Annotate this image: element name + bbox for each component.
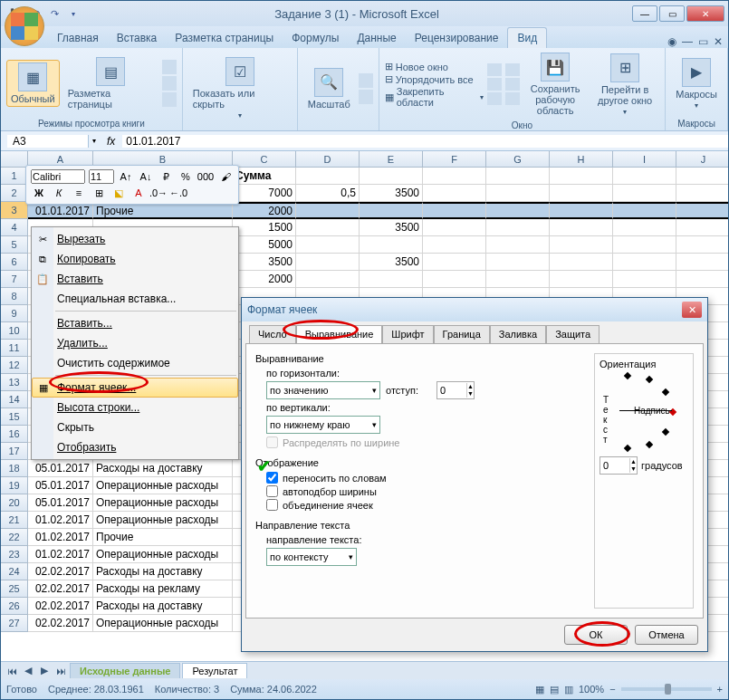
view-normal-button[interactable]: ▦Обычный <box>6 60 60 107</box>
zoom-out-icon[interactable]: − <box>609 684 615 695</box>
cm-unhide[interactable]: Отобразить <box>32 437 238 457</box>
row-header-25[interactable]: 25 <box>1 580 28 598</box>
cell[interactable] <box>486 254 550 271</box>
deg-up-icon[interactable]: ▲ <box>630 458 637 465</box>
cell[interactable] <box>676 219 728 236</box>
cell[interactable] <box>360 202 423 219</box>
cell[interactable]: 0,5 <box>296 185 360 202</box>
cell[interactable] <box>360 236 423 254</box>
fx-icon[interactable]: fx <box>100 135 122 148</box>
cell[interactable] <box>423 271 486 288</box>
row-header-21[interactable]: 21 <box>1 512 28 529</box>
maximize-button[interactable]: ▭ <box>659 5 685 22</box>
cell[interactable] <box>613 254 676 271</box>
freeze-panes-button[interactable]: ▦Закрепить области▾ <box>385 86 484 108</box>
mini-size-input[interactable] <box>89 169 114 184</box>
col-header-D[interactable]: D <box>296 151 360 168</box>
dlg-tab-font[interactable]: Шрифт <box>382 325 433 343</box>
help-icon[interactable]: ◉ <box>667 35 676 48</box>
select-vertical[interactable]: по нижнему краю <box>266 416 380 434</box>
row-header-9[interactable]: 9 <box>1 305 28 322</box>
cell[interactable] <box>423 254 486 271</box>
cell[interactable] <box>613 236 676 254</box>
row-header-19[interactable]: 19 <box>1 477 28 494</box>
tab-view[interactable]: Вид <box>507 27 547 48</box>
row-header-13[interactable]: 13 <box>1 374 28 391</box>
cell[interactable]: Расходы на рекламу <box>93 580 233 598</box>
cell[interactable] <box>613 219 676 236</box>
row-header-7[interactable]: 7 <box>1 271 28 288</box>
cell[interactable]: 02.02.2017 <box>28 580 93 598</box>
cell[interactable] <box>676 185 728 202</box>
deg-down-icon[interactable]: ▼ <box>630 465 637 473</box>
row-header-20[interactable]: 20 <box>1 494 28 512</box>
dlg-tab-fill[interactable]: Заливка <box>490 325 546 343</box>
orientation-dial[interactable]: Текст Надпись <box>607 373 688 451</box>
cell[interactable] <box>296 254 360 271</box>
row-header-5[interactable]: 5 <box>1 236 28 254</box>
col-header-J[interactable]: J <box>676 151 728 168</box>
indent-up-icon[interactable]: ▲ <box>467 383 474 390</box>
percent-icon[interactable]: % <box>177 168 194 185</box>
macros-button[interactable]: ▶Макросы▾ <box>671 55 722 112</box>
cell[interactable]: Операционные расходы <box>93 494 233 512</box>
dlg-tab-border[interactable]: Граница <box>434 325 490 343</box>
cell[interactable] <box>360 168 423 185</box>
cell[interactable]: 3500 <box>360 254 423 271</box>
cell[interactable] <box>550 254 613 271</box>
split-icon[interactable] <box>487 63 502 76</box>
cell[interactable]: 3500 <box>360 219 423 236</box>
redo-icon[interactable]: ↷ <box>46 5 62 22</box>
cell[interactable] <box>550 219 613 236</box>
tab-formulas[interactable]: Формулы <box>283 28 348 48</box>
pagebreak-icon[interactable] <box>162 60 177 74</box>
col-header-G[interactable]: G <box>486 151 550 168</box>
cell[interactable] <box>423 236 486 254</box>
cell[interactable]: 05.01.2017 <box>28 460 93 477</box>
namebox-dropdown-icon[interactable]: ▾ <box>89 137 100 145</box>
zoom-in-icon[interactable]: + <box>717 684 723 695</box>
custom-views-icon[interactable] <box>162 76 177 91</box>
ok-button[interactable]: ОК <box>564 625 628 645</box>
cell[interactable] <box>676 168 728 185</box>
cancel-button[interactable]: Отмена <box>635 625 698 645</box>
dlg-tab-alignment[interactable]: Выравнивание <box>296 325 383 343</box>
formula-input[interactable]: 01.01.2017 <box>122 135 728 148</box>
row-header-11[interactable]: 11 <box>1 340 28 357</box>
cell[interactable] <box>296 271 360 288</box>
row-header-6[interactable]: 6 <box>1 254 28 271</box>
cell[interactable]: Расходы на доставку <box>93 598 233 615</box>
cell[interactable] <box>676 236 728 254</box>
cell[interactable] <box>613 185 676 202</box>
cm-paste[interactable]: 📋Вставить <box>32 269 238 289</box>
format-painter-icon[interactable]: 🖌 <box>217 168 234 185</box>
cell[interactable] <box>296 168 360 185</box>
row-header-26[interactable]: 26 <box>1 598 28 615</box>
cell[interactable]: 1500 <box>233 219 296 236</box>
cell[interactable] <box>613 202 676 219</box>
reset-pos-icon[interactable] <box>505 92 520 105</box>
view-break-status-icon[interactable]: ▥ <box>564 684 573 695</box>
cell[interactable] <box>550 271 613 288</box>
cell[interactable]: 7000 <box>233 185 296 202</box>
sheet-nav-first-icon[interactable]: ⏮ <box>5 666 19 676</box>
cell[interactable] <box>296 236 360 254</box>
cm-cut[interactable]: ✂Вырезать <box>32 229 238 249</box>
row-header-4[interactable]: 4 <box>1 219 28 236</box>
col-header-C[interactable]: C <box>233 151 296 168</box>
row-header-23[interactable]: 23 <box>1 546 28 563</box>
cell[interactable]: 2000 <box>233 202 296 219</box>
mini-font-input[interactable] <box>31 169 85 184</box>
row-header-1[interactable]: 1 <box>1 168 28 185</box>
cell[interactable] <box>613 271 676 288</box>
tab-pagelayout[interactable]: Разметка страницы <box>166 28 283 48</box>
mdi-close-icon[interactable]: ✕ <box>714 35 723 48</box>
zoom-selection-icon[interactable] <box>359 90 373 104</box>
cell[interactable]: 05.01.2017 <box>28 494 93 512</box>
zoom-level[interactable]: 100% <box>579 684 604 695</box>
cell[interactable]: Расходы на доставку <box>93 460 233 477</box>
sheet-nav-next-icon[interactable]: ▶ <box>37 665 52 676</box>
view-normal-status-icon[interactable]: ▦ <box>535 684 544 695</box>
unhide-icon[interactable] <box>487 92 502 105</box>
save-workspace-button[interactable]: 💾Сохранить рабочую область <box>523 50 587 119</box>
